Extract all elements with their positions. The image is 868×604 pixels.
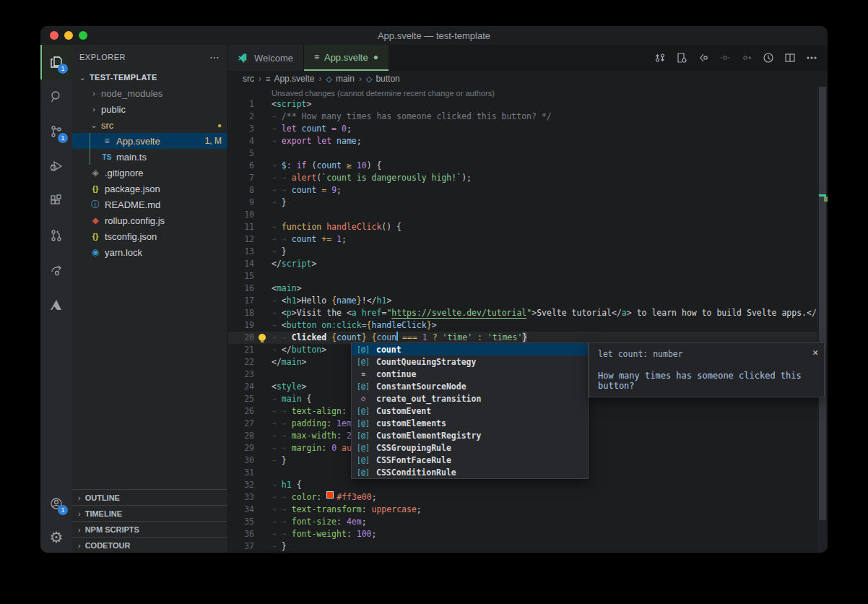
gutter[interactable] xyxy=(254,197,272,209)
gutter[interactable] xyxy=(254,98,272,111)
line-number[interactable]: 15 xyxy=(228,270,254,282)
code-line-4[interactable]: 4→ export let name; xyxy=(228,135,828,147)
gutter[interactable] xyxy=(254,516,272,528)
code-line-19[interactable]: 19→ <button on:click={handleClick}> xyxy=(228,319,828,332)
gutter[interactable] xyxy=(254,528,272,540)
panel-outline[interactable]: ›OUTLINE xyxy=(72,489,227,505)
panel-codetour[interactable]: ›CODETOUR xyxy=(72,537,227,553)
line-number[interactable]: 25 xyxy=(228,393,254,405)
gutter[interactable] xyxy=(254,135,272,147)
code-line-2[interactable]: 2→ /** How many times has someone clicke… xyxy=(228,111,828,123)
line-number[interactable]: 27 xyxy=(228,418,254,430)
code-line-34[interactable]: 34→ → text-transform: uppercase; xyxy=(228,504,828,516)
source-control-icon[interactable]: 1 xyxy=(40,114,72,149)
suggest-item-CSSConditionRule[interactable]: [@]CSSConditionRule xyxy=(352,466,588,478)
breadcrumb-app.svelte[interactable]: ≡App.svelte xyxy=(266,74,314,84)
tree-item-public[interactable]: ›public xyxy=(72,101,227,117)
code-line-7[interactable]: 7→ → alert(`count is dangerously high!`)… xyxy=(228,172,828,184)
line-number[interactable]: 31 xyxy=(228,467,254,479)
live-share-icon[interactable] xyxy=(40,253,72,288)
gutter[interactable] xyxy=(254,418,272,430)
code-line-5[interactable]: 5 xyxy=(228,147,828,160)
panel-npm-scripts[interactable]: ›NPM SCRIPTS xyxy=(72,521,227,537)
line-number[interactable]: 18 xyxy=(228,307,254,319)
gutter[interactable] xyxy=(254,381,272,393)
line-number[interactable]: 35 xyxy=(228,516,254,528)
code-line-33[interactable]: 33→ → color: #ff3e00; xyxy=(228,491,828,504)
tree-item-tsconfig.json[interactable]: {}tsconfig.json xyxy=(72,228,227,244)
tree-item-rollup.config.js[interactable]: ◆rollup.config.js xyxy=(72,212,227,228)
gutter[interactable] xyxy=(254,123,272,135)
line-number[interactable]: 6 xyxy=(228,160,254,172)
explorer-icon[interactable]: 1 xyxy=(40,45,72,79)
file-history-icon[interactable] xyxy=(760,49,777,66)
line-number[interactable]: 30 xyxy=(228,454,254,467)
close-icon[interactable]: ✕ xyxy=(812,347,818,358)
tree-item-.gitignore[interactable]: ◈.gitignore xyxy=(72,165,227,181)
gutter[interactable] xyxy=(254,233,272,246)
line-number[interactable]: 11 xyxy=(228,221,254,233)
code-line-6[interactable]: 6→ $: if (count ≥ 10) { xyxy=(228,160,828,172)
suggest-item-customElements[interactable]: [@]customElements xyxy=(352,417,588,429)
search-icon[interactable] xyxy=(40,79,72,114)
gutter[interactable] xyxy=(254,209,272,221)
gutter[interactable] xyxy=(254,504,272,516)
lightbulb-icon[interactable] xyxy=(259,334,266,341)
code-line-37[interactable]: 37→ } xyxy=(228,540,828,553)
line-number[interactable]: 36 xyxy=(228,528,254,540)
run-and-debug-icon[interactable] xyxy=(40,149,72,184)
gutter[interactable] xyxy=(254,221,272,233)
line-number[interactable]: 37 xyxy=(228,540,254,553)
open-previous-change-icon[interactable] xyxy=(695,49,712,66)
settings-gear-icon[interactable]: ⚙ xyxy=(40,521,72,553)
line-number[interactable]: 1 xyxy=(228,98,254,111)
color-swatch[interactable] xyxy=(326,491,334,499)
line-number[interactable]: 26 xyxy=(228,405,254,418)
zoom-window-button[interactable] xyxy=(79,31,87,40)
gutter[interactable] xyxy=(254,430,272,442)
line-number[interactable]: 29 xyxy=(228,442,254,454)
gutter[interactable] xyxy=(254,491,272,504)
scrollbar-thumb[interactable] xyxy=(819,87,826,520)
panel-timeline[interactable]: ›TIMELINE xyxy=(72,505,227,521)
gutter[interactable] xyxy=(254,246,272,258)
gutter[interactable] xyxy=(254,467,272,479)
line-number[interactable]: 3 xyxy=(228,123,254,135)
code-line-32[interactable]: 32→ h1 { xyxy=(228,479,828,491)
gutter[interactable] xyxy=(254,184,272,197)
gutter[interactable] xyxy=(254,405,272,418)
gutter[interactable] xyxy=(254,479,272,491)
breadcrumb-button[interactable]: ◇button xyxy=(366,74,400,84)
previous-change-icon[interactable] xyxy=(716,49,734,66)
minimize-window-button[interactable] xyxy=(64,31,73,40)
modified-dot-icon[interactable]: ● xyxy=(373,52,378,62)
line-number[interactable]: 5 xyxy=(228,147,254,160)
next-change-icon[interactable] xyxy=(738,49,755,66)
gutter[interactable] xyxy=(254,442,272,454)
line-number[interactable]: 34 xyxy=(228,504,254,516)
suggest-item-CSSGroupingRule[interactable]: [@]CSSGroupingRule xyxy=(352,441,588,454)
azure-icon[interactable] xyxy=(40,288,72,322)
line-number[interactable]: 2 xyxy=(228,111,254,123)
gutter[interactable] xyxy=(254,160,272,172)
code-line-35[interactable]: 35→ → font-size: 4em; xyxy=(228,516,828,528)
tree-item-src[interactable]: ⌄src● xyxy=(72,117,227,133)
tree-item-main.ts[interactable]: TSmain.ts xyxy=(72,149,227,165)
line-number[interactable]: 33 xyxy=(228,491,254,504)
gutter[interactable] xyxy=(254,111,272,123)
line-number[interactable]: 24 xyxy=(228,381,254,393)
code-line-18[interactable]: 18→ <p>Visit the <a href="https://svelte… xyxy=(228,307,828,319)
code-editor[interactable]: Unsaved changes (cannot determine recent… xyxy=(228,87,828,553)
gutter[interactable] xyxy=(254,172,272,184)
code-line-16[interactable]: 16<main> xyxy=(228,282,828,295)
suggest-item-CountQueuingStrategy[interactable]: [@]CountQueuingStrategy xyxy=(352,355,588,368)
gutter[interactable] xyxy=(254,344,272,356)
line-number[interactable]: 28 xyxy=(228,430,254,442)
vertical-scrollbar[interactable] xyxy=(817,87,828,553)
tab-welcome[interactable]: Welcome xyxy=(228,45,304,71)
tree-item-yarn.lock[interactable]: ◉yarn.lock xyxy=(72,244,227,260)
line-number[interactable]: 23 xyxy=(228,368,254,381)
close-window-button[interactable] xyxy=(50,31,58,40)
suggest-item-CSSFontFaceRule[interactable]: [@]CSSFontFaceRule xyxy=(352,454,588,466)
split-editor-icon[interactable] xyxy=(781,49,799,66)
